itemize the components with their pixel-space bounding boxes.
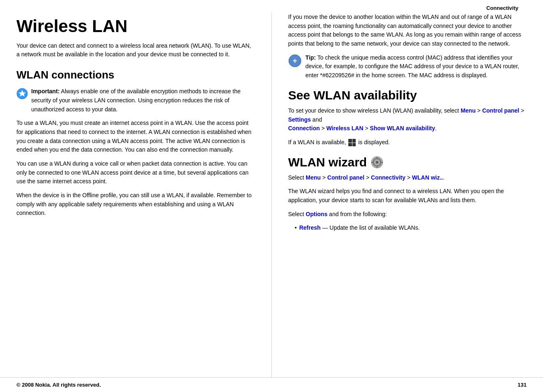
menu-link-2[interactable]: Menu xyxy=(306,174,321,181)
see-wlan-title: See WLAN availability xyxy=(288,88,527,102)
wlan-wiz-link[interactable]: WLAN wiz.. xyxy=(412,174,443,181)
control-panel-link-1[interactable]: Control panel xyxy=(482,107,519,114)
svg-text:+: + xyxy=(292,57,297,65)
main-title: Wireless LAN xyxy=(16,17,255,36)
wlan-wizard-icon xyxy=(371,156,383,168)
connectivity-link[interactable]: Connectivity xyxy=(371,174,405,181)
wlan-wizard-title-text: WLAN wizard xyxy=(288,155,367,169)
refresh-link[interactable]: Refresh xyxy=(299,224,320,231)
connection-link[interactable]: Connection xyxy=(288,125,320,131)
roaming-para: If you move the device to another locati… xyxy=(288,13,527,48)
wlan-wizard-para: The WLAN wizard helps you find and conne… xyxy=(288,187,527,205)
see-wlan-display-para: If a WLAN is available, is displayed. xyxy=(288,138,527,147)
tip-text: Tip: To check the unique media access co… xyxy=(306,53,527,80)
important-block: Important: Always enable one of the avai… xyxy=(16,87,255,114)
tip-block: + Tip: To check the unique media access … xyxy=(288,53,527,80)
copyright: © 2008 Nokia. All rights reserved. xyxy=(16,382,101,388)
list-item: • Refresh — Update the list of available… xyxy=(295,224,527,233)
wlan-connections-title: WLAN connections xyxy=(16,69,255,81)
options-link[interactable]: Options xyxy=(306,211,327,217)
wlan-para3: When the device is in the Offline profil… xyxy=(16,191,255,218)
important-label: Important: xyxy=(31,88,60,95)
footer: © 2008 Nokia. All rights reserved. 131 xyxy=(0,377,543,392)
page-number: 131 xyxy=(518,382,527,388)
wlan-wizard-heading: WLAN wizard xyxy=(288,155,527,169)
svg-point-6 xyxy=(376,161,378,164)
bullet-list: • Refresh — Update the list of available… xyxy=(295,224,527,233)
wireless-lan-link[interactable]: Wireless LAN xyxy=(326,125,363,131)
page: Connectivity Wireless LAN Your device ca… xyxy=(0,0,543,392)
content-area: Wireless LAN Your device can detect and … xyxy=(0,13,543,377)
intro-text: Your device can detect and connect to a … xyxy=(16,42,255,59)
control-panel-link-2[interactable]: Control panel xyxy=(327,174,364,181)
wlan-para1: To use a WLAN, you must create an intern… xyxy=(16,119,255,154)
wlan-wizard-nav-para: Select Menu > Control panel > Connectivi… xyxy=(288,173,527,182)
settings-link[interactable]: Settings xyxy=(288,116,311,123)
wlan-para2: You can use a WLAN during a voice call o… xyxy=(16,159,255,186)
menu-link-1[interactable]: Menu xyxy=(460,107,476,114)
wlan-grid-icon xyxy=(348,139,356,146)
right-column: If you move the device to another locati… xyxy=(272,13,527,377)
tip-icon: + xyxy=(288,54,301,67)
see-wlan-para: To set your device to show wireless LAN … xyxy=(288,106,527,133)
important-text: Important: Always enable one of the avai… xyxy=(31,87,255,114)
select-options-para: Select Options and from the following: xyxy=(288,210,527,219)
bullet-dot: • xyxy=(295,224,297,233)
left-column: Wireless LAN Your device can detect and … xyxy=(16,13,272,377)
section-label: Connectivity xyxy=(486,5,518,11)
refresh-bullet: Refresh — Update the list of available W… xyxy=(299,224,419,233)
star-icon xyxy=(16,88,28,99)
top-bar: Connectivity xyxy=(0,0,543,13)
show-wlan-link[interactable]: Show WLAN availability xyxy=(370,125,435,131)
tip-label: Tip: xyxy=(306,54,316,61)
